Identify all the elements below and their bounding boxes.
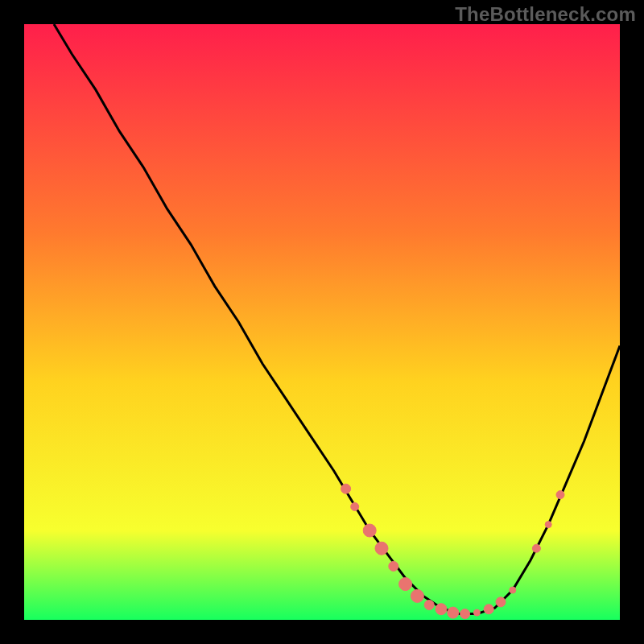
- chart-svg: [24, 24, 620, 620]
- curve-marker: [448, 607, 459, 618]
- curve-marker: [532, 544, 540, 552]
- watermark-text: TheBottleneck.com: [455, 3, 636, 26]
- gradient-background: [24, 24, 620, 620]
- curve-marker: [424, 601, 434, 610]
- curve-marker: [389, 561, 398, 571]
- chart-frame: TheBottleneck.com: [0, 0, 644, 644]
- curve-marker: [510, 587, 516, 593]
- curve-marker: [363, 524, 376, 537]
- curve-marker: [473, 609, 480, 616]
- curve-marker: [545, 522, 551, 528]
- curve-marker: [484, 605, 493, 614]
- curve-marker: [411, 589, 423, 602]
- curve-marker: [556, 491, 564, 499]
- curve-marker: [496, 597, 506, 607]
- curve-marker: [375, 542, 388, 555]
- curve-marker: [351, 502, 359, 510]
- curve-marker: [399, 578, 412, 591]
- plot-area: [24, 24, 620, 620]
- curve-marker: [460, 609, 470, 619]
- curve-marker: [341, 484, 351, 493]
- curve-marker: [436, 604, 447, 615]
